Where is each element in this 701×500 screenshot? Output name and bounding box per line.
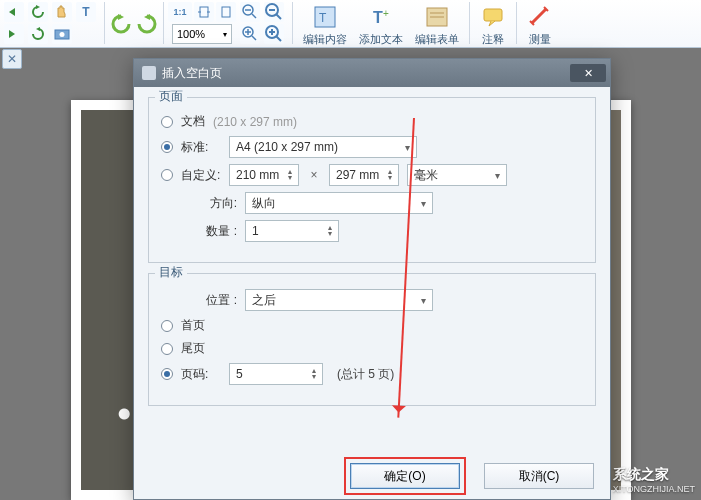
separator <box>104 2 105 44</box>
page-number-value: 5 <box>236 367 243 381</box>
rotate-right-icon[interactable] <box>28 24 48 44</box>
total-pages-text: (总计 5 页) <box>337 366 394 383</box>
undo-back-icon[interactable] <box>4 2 24 22</box>
standard-radio[interactable] <box>161 141 173 153</box>
ok-highlight-box: 确定(O) <box>344 457 466 495</box>
page-number-input[interactable]: 5 ▴▾ <box>229 363 323 385</box>
orientation-label: 方向: <box>183 195 237 212</box>
watermark-sub: XITONGZHIJIA.NET <box>613 484 695 494</box>
svg-text:T: T <box>319 11 327 25</box>
zoom-level-select[interactable]: 100%▾ <box>172 24 232 44</box>
first-page-radio[interactable] <box>161 320 173 332</box>
quantity-value: 1 <box>252 224 259 238</box>
snapshot-icon[interactable] <box>52 24 72 44</box>
svg-rect-3 <box>222 7 230 17</box>
separator <box>163 2 164 44</box>
orientation-value: 纵向 <box>252 195 276 212</box>
zoom-value: 100% <box>177 28 205 40</box>
custom-height-input[interactable]: 297 mm ▴▾ <box>329 164 399 186</box>
fit-width-icon[interactable] <box>194 2 214 22</box>
document-radio[interactable] <box>161 116 173 128</box>
zoom-in-icon[interactable] <box>240 24 260 44</box>
target-group: 目标 位置 : 之后 ▾ 首页 尾页 页码: 5 <box>148 273 596 406</box>
separator <box>516 2 517 44</box>
zoom-actual-size[interactable]: 1:1 <box>168 2 192 22</box>
quantity-label: 数量 : <box>183 223 237 240</box>
page-group: 页面 文档 (210 x 297 mm) 标准: A4 (210 x 297 m… <box>148 97 596 263</box>
last-page-radio[interactable] <box>161 343 173 355</box>
edit-form-label: 编辑表单 <box>415 32 459 47</box>
add-text-button[interactable]: T+ 添加文本 <box>353 2 409 49</box>
dialog-title: 插入空白页 <box>162 65 222 82</box>
edit-content-label: 编辑内容 <box>303 32 347 47</box>
custom-radio-label: 自定义: <box>181 167 221 184</box>
position-select[interactable]: 之后 ▾ <box>245 289 433 311</box>
multiply-icon: × <box>307 168 321 182</box>
first-page-label: 首页 <box>181 317 205 334</box>
close-button[interactable]: ✕ <box>570 64 606 82</box>
zoom-in-large-icon[interactable] <box>264 24 284 44</box>
document-size-text: (210 x 297 mm) <box>213 115 297 129</box>
page-group-title: 页面 <box>155 88 187 105</box>
unit-value: 毫米 <box>414 167 438 184</box>
separator <box>469 2 470 44</box>
document-radio-label: 文档 <box>181 113 205 130</box>
new-tab-button[interactable]: ✕ <box>2 49 22 69</box>
standard-size-select[interactable]: A4 (210 x 297 mm) ▾ <box>229 136 417 158</box>
ok-button[interactable]: 确定(O) <box>350 463 460 489</box>
dialog-titlebar[interactable]: 插入空白页 ✕ <box>134 59 610 87</box>
measure-label: 测量 <box>529 32 551 47</box>
dialog-footer: 确定(O) 取消(C) <box>134 453 610 499</box>
page-number-label: 页码: <box>181 366 221 383</box>
custom-width-input[interactable]: 210 mm ▴▾ <box>229 164 299 186</box>
separator <box>292 2 293 44</box>
quantity-input[interactable]: 1 ▴▾ <box>245 220 339 242</box>
zoom-out-large-icon[interactable] <box>264 2 284 22</box>
annotate-label: 注释 <box>482 32 504 47</box>
svg-text:+: + <box>383 8 389 19</box>
edit-content-button[interactable]: T 编辑内容 <box>297 2 353 49</box>
svg-text:T: T <box>373 9 383 26</box>
text-select-icon[interactable]: T <box>76 2 96 22</box>
position-value: 之后 <box>252 292 276 309</box>
svg-rect-2 <box>200 7 208 17</box>
fit-page-icon[interactable] <box>216 2 236 22</box>
svg-line-13 <box>276 14 281 19</box>
last-page-label: 尾页 <box>181 340 205 357</box>
watermark-text: 系统之家 <box>613 466 695 484</box>
annotate-button[interactable]: 注释 <box>474 2 512 49</box>
redo-forward-icon[interactable] <box>4 24 24 44</box>
orientation-select[interactable]: 纵向 ▾ <box>245 192 433 214</box>
page-number-radio[interactable] <box>161 368 173 380</box>
rotate-left-icon[interactable] <box>28 2 48 22</box>
custom-height-value: 297 mm <box>336 168 379 182</box>
svg-line-6 <box>252 14 256 18</box>
svg-rect-25 <box>484 9 502 21</box>
zoom-out-icon[interactable] <box>240 2 260 22</box>
hand-tool-icon[interactable] <box>52 2 72 22</box>
rotate-ccw-icon[interactable] <box>109 12 133 36</box>
measure-button[interactable]: 测量 <box>521 2 559 49</box>
svg-line-17 <box>276 36 281 41</box>
svg-line-10 <box>252 36 256 40</box>
standard-radio-label: 标准: <box>181 139 221 156</box>
ribbon-toolbar: T 1:1 100%▾ T 编辑内容 T+ 添加文本 编辑表单 <box>0 0 701 48</box>
cancel-button[interactable]: 取消(C) <box>484 463 594 489</box>
custom-width-value: 210 mm <box>236 168 279 182</box>
insert-blank-page-dialog: 插入空白页 ✕ 页面 文档 (210 x 297 mm) 标准: A4 (210… <box>133 58 611 500</box>
position-label: 位置 : <box>183 292 237 309</box>
dialog-icon <box>142 66 156 80</box>
standard-size-value: A4 (210 x 297 mm) <box>236 140 338 154</box>
add-text-label: 添加文本 <box>359 32 403 47</box>
custom-radio[interactable] <box>161 169 173 181</box>
svg-point-1 <box>60 32 65 37</box>
target-group-title: 目标 <box>155 264 187 281</box>
edit-form-button[interactable]: 编辑表单 <box>409 2 465 49</box>
rotate-cw-icon[interactable] <box>135 12 159 36</box>
unit-select[interactable]: 毫米 ▾ <box>407 164 507 186</box>
